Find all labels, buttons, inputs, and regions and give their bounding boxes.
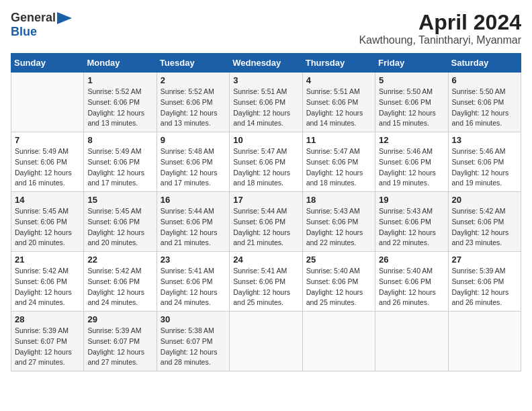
day-number: 21 <box>15 255 80 265</box>
calendar-cell: 14Sunrise: 5:45 AM Sunset: 6:06 PM Dayli… <box>11 192 84 252</box>
header-cell: Wednesday <box>230 54 302 73</box>
day-number: 24 <box>233 255 298 265</box>
calendar-cell: 21Sunrise: 5:42 AM Sunset: 6:06 PM Dayli… <box>11 252 84 312</box>
day-number: 18 <box>306 195 371 205</box>
calendar-cell: 25Sunrise: 5:40 AM Sunset: 6:06 PM Dayli… <box>302 252 375 312</box>
header-row: SundayMondayTuesdayWednesdayThursdayFrid… <box>11 54 521 73</box>
day-number: 12 <box>379 135 444 145</box>
day-number: 27 <box>452 255 517 265</box>
day-number: 25 <box>306 255 371 265</box>
calendar-cell: 2Sunrise: 5:52 AM Sunset: 6:06 PM Daylig… <box>157 73 229 132</box>
month-title: April 2024 <box>359 11 521 34</box>
calendar-cell <box>375 312 448 371</box>
day-detail: Sunrise: 5:43 AM Sunset: 6:06 PM Dayligh… <box>379 206 444 248</box>
title-area: April 2024 Kawthoung, Tanintharyi, Myanm… <box>359 11 521 46</box>
day-detail: Sunrise: 5:52 AM Sunset: 6:06 PM Dayligh… <box>87 87 152 129</box>
day-detail: Sunrise: 5:44 AM Sunset: 6:06 PM Dayligh… <box>161 206 226 248</box>
header-cell: Friday <box>375 54 448 73</box>
day-detail: Sunrise: 5:49 AM Sunset: 6:06 PM Dayligh… <box>87 146 152 189</box>
calendar-table: SundayMondayTuesdayWednesdayThursdayFrid… <box>11 53 521 371</box>
day-number: 5 <box>379 75 444 85</box>
calendar-cell: 15Sunrise: 5:45 AM Sunset: 6:06 PM Dayli… <box>84 192 157 252</box>
location-title: Kawthoung, Tanintharyi, Myanmar <box>359 34 521 46</box>
day-detail: Sunrise: 5:47 AM Sunset: 6:06 PM Dayligh… <box>233 146 298 189</box>
header-cell: Thursday <box>302 54 375 73</box>
calendar-week-row: 7Sunrise: 5:49 AM Sunset: 6:06 PM Daylig… <box>11 132 521 192</box>
day-detail: Sunrise: 5:38 AM Sunset: 6:07 PM Dayligh… <box>161 326 226 368</box>
calendar-header: SundayMondayTuesdayWednesdayThursdayFrid… <box>11 54 521 73</box>
day-detail: Sunrise: 5:50 AM Sunset: 6:06 PM Dayligh… <box>452 87 517 129</box>
day-detail: Sunrise: 5:42 AM Sunset: 6:06 PM Dayligh… <box>87 266 152 308</box>
calendar-cell: 12Sunrise: 5:46 AM Sunset: 6:06 PM Dayli… <box>375 132 448 192</box>
day-number: 17 <box>233 195 298 205</box>
calendar-cell: 18Sunrise: 5:43 AM Sunset: 6:06 PM Dayli… <box>302 192 375 252</box>
logo-icon <box>57 12 72 24</box>
calendar-cell: 16Sunrise: 5:44 AM Sunset: 6:06 PM Dayli… <box>157 192 229 252</box>
calendar-cell: 20Sunrise: 5:42 AM Sunset: 6:06 PM Dayli… <box>448 192 521 252</box>
day-number: 19 <box>379 195 444 205</box>
day-detail: Sunrise: 5:39 AM Sunset: 6:06 PM Dayligh… <box>452 266 517 308</box>
header-cell: Tuesday <box>157 54 229 73</box>
calendar-cell: 4Sunrise: 5:51 AM Sunset: 6:06 PM Daylig… <box>302 73 375 132</box>
header: General Blue April 2024 Kawthoung, Tanin… <box>11 11 521 46</box>
day-detail: Sunrise: 5:40 AM Sunset: 6:06 PM Dayligh… <box>306 266 371 308</box>
header-cell: Sunday <box>11 54 84 73</box>
day-number: 15 <box>87 195 152 205</box>
header-cell: Saturday <box>448 54 521 73</box>
logo: General Blue <box>11 11 72 39</box>
day-detail: Sunrise: 5:44 AM Sunset: 6:06 PM Dayligh… <box>233 206 298 248</box>
calendar-week-row: 21Sunrise: 5:42 AM Sunset: 6:06 PM Dayli… <box>11 252 521 312</box>
day-number: 9 <box>161 135 226 145</box>
day-detail: Sunrise: 5:48 AM Sunset: 6:06 PM Dayligh… <box>161 146 226 189</box>
day-detail: Sunrise: 5:51 AM Sunset: 6:06 PM Dayligh… <box>233 87 298 129</box>
calendar-cell: 8Sunrise: 5:49 AM Sunset: 6:06 PM Daylig… <box>84 132 157 192</box>
calendar-cell: 27Sunrise: 5:39 AM Sunset: 6:06 PM Dayli… <box>448 252 521 312</box>
day-detail: Sunrise: 5:46 AM Sunset: 6:06 PM Dayligh… <box>379 146 444 189</box>
logo-blue: Blue <box>11 25 37 38</box>
day-number: 16 <box>161 195 226 205</box>
day-number: 7 <box>15 135 80 145</box>
day-number: 6 <box>452 75 517 85</box>
day-detail: Sunrise: 5:52 AM Sunset: 6:06 PM Dayligh… <box>161 87 226 129</box>
calendar-body: 1Sunrise: 5:52 AM Sunset: 6:06 PM Daylig… <box>11 73 521 371</box>
calendar-cell: 29Sunrise: 5:39 AM Sunset: 6:07 PM Dayli… <box>84 312 157 371</box>
day-number: 14 <box>15 195 80 205</box>
calendar-cell: 5Sunrise: 5:50 AM Sunset: 6:06 PM Daylig… <box>375 73 448 132</box>
day-detail: Sunrise: 5:42 AM Sunset: 6:06 PM Dayligh… <box>452 206 517 248</box>
day-detail: Sunrise: 5:45 AM Sunset: 6:06 PM Dayligh… <box>15 206 80 248</box>
day-number: 10 <box>233 135 298 145</box>
calendar-cell: 10Sunrise: 5:47 AM Sunset: 6:06 PM Dayli… <box>230 132 302 192</box>
logo-general: General <box>11 11 56 25</box>
calendar-week-row: 1Sunrise: 5:52 AM Sunset: 6:06 PM Daylig… <box>11 73 521 132</box>
day-detail: Sunrise: 5:50 AM Sunset: 6:06 PM Dayligh… <box>379 87 444 129</box>
calendar-cell <box>11 73 84 132</box>
calendar-cell <box>302 312 375 371</box>
calendar-cell: 1Sunrise: 5:52 AM Sunset: 6:06 PM Daylig… <box>84 73 157 132</box>
day-number: 4 <box>306 75 371 85</box>
calendar-cell: 26Sunrise: 5:40 AM Sunset: 6:06 PM Dayli… <box>375 252 448 312</box>
day-number: 2 <box>161 75 226 85</box>
calendar-cell: 7Sunrise: 5:49 AM Sunset: 6:06 PM Daylig… <box>11 132 84 192</box>
day-number: 28 <box>15 314 80 324</box>
calendar-cell: 6Sunrise: 5:50 AM Sunset: 6:06 PM Daylig… <box>448 73 521 132</box>
day-number: 26 <box>379 255 444 265</box>
calendar-cell: 30Sunrise: 5:38 AM Sunset: 6:07 PM Dayli… <box>157 312 229 371</box>
header-cell: Monday <box>84 54 157 73</box>
day-detail: Sunrise: 5:43 AM Sunset: 6:06 PM Dayligh… <box>306 206 371 248</box>
calendar-cell: 19Sunrise: 5:43 AM Sunset: 6:06 PM Dayli… <box>375 192 448 252</box>
calendar-cell: 24Sunrise: 5:41 AM Sunset: 6:06 PM Dayli… <box>230 252 302 312</box>
calendar-cell: 23Sunrise: 5:41 AM Sunset: 6:06 PM Dayli… <box>157 252 229 312</box>
day-detail: Sunrise: 5:47 AM Sunset: 6:06 PM Dayligh… <box>306 146 371 189</box>
day-detail: Sunrise: 5:40 AM Sunset: 6:06 PM Dayligh… <box>379 266 444 308</box>
day-number: 3 <box>233 75 298 85</box>
calendar-cell: 17Sunrise: 5:44 AM Sunset: 6:06 PM Dayli… <box>230 192 302 252</box>
day-detail: Sunrise: 5:39 AM Sunset: 6:07 PM Dayligh… <box>87 326 152 368</box>
day-detail: Sunrise: 5:39 AM Sunset: 6:07 PM Dayligh… <box>15 326 80 368</box>
calendar-cell: 3Sunrise: 5:51 AM Sunset: 6:06 PM Daylig… <box>230 73 302 132</box>
day-number: 13 <box>452 135 517 145</box>
calendar-week-row: 28Sunrise: 5:39 AM Sunset: 6:07 PM Dayli… <box>11 312 521 371</box>
calendar-cell <box>230 312 302 371</box>
day-detail: Sunrise: 5:49 AM Sunset: 6:06 PM Dayligh… <box>15 146 80 189</box>
calendar-cell <box>448 312 521 371</box>
day-detail: Sunrise: 5:41 AM Sunset: 6:06 PM Dayligh… <box>161 266 226 308</box>
